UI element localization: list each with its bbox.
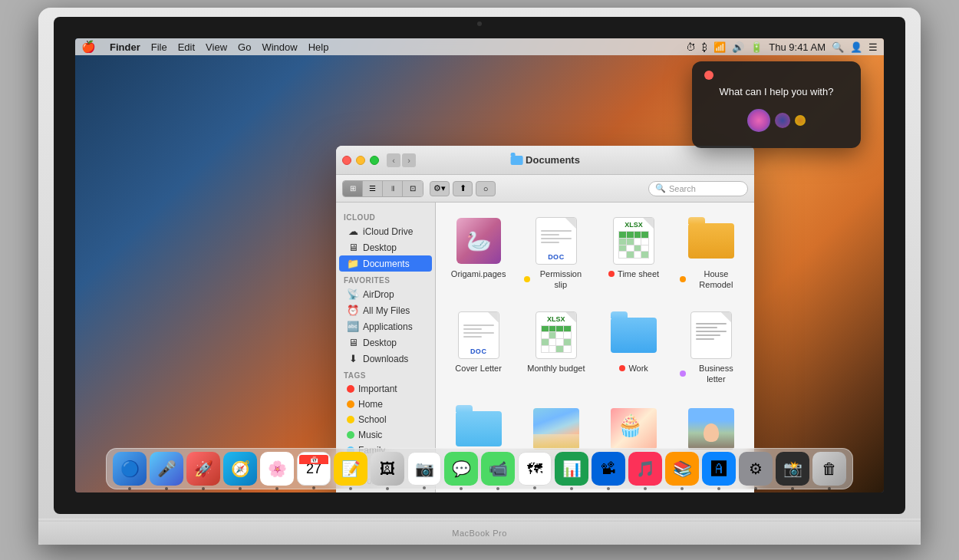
sidebar-item-airdrop[interactable]: 📡 AirDrop xyxy=(339,286,432,302)
time-machine-icon: ⏱ xyxy=(686,41,696,53)
file-permission-slip[interactable]: DOC Permission slip xyxy=(521,210,591,297)
help-menu[interactable]: Help xyxy=(308,41,329,53)
file-time-sheet[interactable]: XLSX xyxy=(599,210,669,297)
file-house-remodel[interactable]: House Remodel xyxy=(677,210,746,297)
file-monthly-budget[interactable]: XLSX xyxy=(521,305,591,391)
siri-prompt-text: What can I help you with? xyxy=(704,86,849,97)
siri-wave xyxy=(704,105,849,136)
screen-bezel: 🍎 Finder File Edit View Go Window Help ⏱… xyxy=(54,17,905,514)
dock-keynote[interactable]: 📽 xyxy=(592,452,625,486)
dock-trash[interactable]: 🗑 xyxy=(812,452,846,486)
dock-safari[interactable]: 🧭 xyxy=(223,452,257,486)
menubar-right: ⏱ ₿ 📶 🔊 🔋 Thu 9:41 AM 🔍 👤 ☰ xyxy=(686,41,878,53)
time-sheet-icon: XLSX xyxy=(609,216,658,265)
apple-menu[interactable]: 🍎 xyxy=(81,40,96,54)
sidebar-item-applications[interactable]: 🔤 Applications xyxy=(339,318,432,334)
airdrop-icon: 📡 xyxy=(347,288,359,300)
file-business-letter[interactable]: Business letter xyxy=(677,305,746,391)
sidebar-item-downloads[interactable]: ⬇ Downloads xyxy=(339,351,432,367)
file-work[interactable]: Work xyxy=(599,305,669,391)
tags-button[interactable]: ○ xyxy=(476,181,496,196)
list-icon[interactable]: ☰ xyxy=(868,41,878,53)
share-button[interactable]: ⬆ xyxy=(453,181,473,196)
applications-icon: 🔤 xyxy=(347,321,359,332)
window-menu[interactable]: Window xyxy=(262,41,297,53)
sidebar-item-tag-home[interactable]: Home xyxy=(339,397,432,412)
minimize-button[interactable] xyxy=(356,156,365,165)
cover-letter-icon: DOC xyxy=(454,311,503,360)
go-menu[interactable]: Go xyxy=(238,41,251,53)
dock-finder[interactable]: 🔵 xyxy=(113,452,147,486)
time-sheet-label: Time sheet xyxy=(608,268,659,279)
dock-messages[interactable]: 💬 xyxy=(444,452,478,486)
dock-calendar[interactable]: 📅27 xyxy=(297,452,331,486)
back-button[interactable]: ‹ xyxy=(387,153,400,167)
dock-photos[interactable]: 🌸 xyxy=(260,452,294,486)
list-view-button[interactable]: ☰ xyxy=(363,181,383,196)
view-menu[interactable]: View xyxy=(206,41,227,53)
dock-camera[interactable]: 📸 xyxy=(776,452,809,486)
sidebar-item-tag-music[interactable]: Music xyxy=(339,427,432,443)
volume-icon: 🔊 xyxy=(732,41,744,53)
dock-photos2[interactable]: 📷 xyxy=(407,452,441,486)
battery-icon: 🔋 xyxy=(750,41,763,53)
dock-system-prefs[interactable]: ⚙ xyxy=(739,452,773,486)
edit-menu[interactable]: Edit xyxy=(178,41,195,53)
summer-plans-icon xyxy=(454,404,503,453)
window-title: Documents xyxy=(510,154,580,166)
business-letter-icon xyxy=(687,311,736,360)
sidebar-item-tag-important[interactable]: Important xyxy=(339,381,432,397)
dock-music[interactable]: 🎵 xyxy=(628,452,662,486)
action-button[interactable]: ⚙▾ xyxy=(430,181,450,196)
siri-popup: What can I help you with? xyxy=(692,61,861,148)
sidebar-item-desktop-fav[interactable]: 🖥 Desktop xyxy=(339,334,432,351)
wifi-icon: 📶 xyxy=(713,41,726,53)
sidebar-item-documents[interactable]: 📁 Documents xyxy=(339,255,432,272)
work-icon xyxy=(609,311,658,360)
desktop-icon: 🖥 xyxy=(347,242,359,253)
icon-view-button[interactable]: ⊞ xyxy=(343,181,363,196)
cloud-icon: ☁ xyxy=(347,226,359,237)
close-button[interactable] xyxy=(342,156,351,165)
finder-menu[interactable]: Finder xyxy=(110,41,140,53)
dock-notes[interactable]: 📝 xyxy=(334,452,367,486)
dock-numbers[interactable]: 📊 xyxy=(555,452,588,486)
view-group: ⊞ ☰ ⫴ ⊡ xyxy=(342,180,423,197)
dock-siri[interactable]: 🎤 xyxy=(150,452,183,486)
sidebar-item-icloud-drive[interactable]: ☁ iCloud Drive xyxy=(339,223,432,239)
sidebar-item-tag-school[interactable]: School xyxy=(339,412,432,427)
origami-icon: 🦢 xyxy=(454,216,503,265)
sidebar-item-all-my-files[interactable]: ⏰ All My Files xyxy=(339,302,432,318)
desktop-fav-icon: 🖥 xyxy=(347,337,359,348)
dock-launchpad[interactable]: 🚀 xyxy=(186,452,220,486)
gallery-view-button[interactable]: ⊡ xyxy=(403,181,423,196)
traffic-lights xyxy=(342,156,379,165)
toolbar: ⊞ ☰ ⫴ ⊡ ⚙▾ ⬆ ○ 🔍 Search xyxy=(336,175,754,203)
macbook-label: MacBook Pro xyxy=(452,529,507,538)
titlebar: ‹ › Documents xyxy=(336,146,754,175)
siri-close-button[interactable] xyxy=(704,71,713,80)
column-view-button[interactable]: ⫴ xyxy=(383,181,403,196)
dock-books[interactable]: 📚 xyxy=(665,452,699,486)
search-icon[interactable]: 🔍 xyxy=(832,41,844,53)
forward-button[interactable]: › xyxy=(402,153,416,167)
clock: Thu 9:41 AM xyxy=(769,41,826,53)
search-bar[interactable]: 🔍 Search xyxy=(648,181,748,196)
menubar-left: 🍎 Finder File Edit View Go Window Help xyxy=(81,40,328,54)
house-remodel-label: House Remodel xyxy=(680,268,743,291)
search-placeholder: Search xyxy=(669,184,696,193)
permission-slip-icon: DOC xyxy=(532,216,581,265)
dock-preview[interactable]: 🖼 xyxy=(371,452,404,486)
user-icon[interactable]: 👤 xyxy=(850,41,862,53)
dock-facetime[interactable]: 📹 xyxy=(481,452,515,486)
dock-app-store[interactable]: 🅰 xyxy=(702,452,736,486)
file-menu[interactable]: File xyxy=(151,41,167,53)
file-origami-pages[interactable]: 🦢 Origami.pages xyxy=(443,210,513,297)
file-cover-letter[interactable]: DOC Cover Letter xyxy=(443,305,513,391)
tags-header: Tags xyxy=(336,367,435,381)
business-letter-label: Business letter xyxy=(680,363,743,385)
search-icon-sm: 🔍 xyxy=(655,183,666,193)
maximize-button[interactable] xyxy=(370,156,379,165)
dock-maps[interactable]: 🗺 xyxy=(518,452,552,486)
sidebar-item-desktop[interactable]: 🖥 Desktop xyxy=(339,239,432,255)
